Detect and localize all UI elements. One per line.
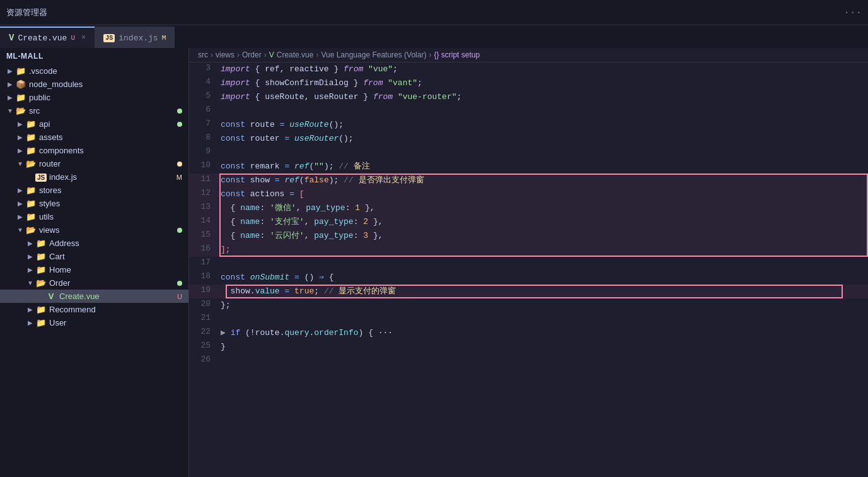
sidebar-item-order[interactable]: ▼📂Order — [0, 276, 188, 290]
token-op: = — [280, 286, 294, 296]
line-number-18: 18 — [189, 271, 221, 281]
token-obj-key: name — [240, 203, 260, 213]
token-punc: { — [250, 64, 265, 74]
sidebar-item-public[interactable]: ▶📁public — [0, 91, 188, 104]
tab-close-button[interactable]: × — [81, 33, 86, 42]
tab-js-icon: JS — [103, 34, 115, 42]
breadcrumb-script: {} script setup — [434, 50, 480, 59]
token-punc: ; — [457, 92, 462, 102]
line-content-5: import { useRoute, useRouter } from "vue… — [221, 90, 868, 104]
tab-index-js[interactable]: JSindex.jsM — [95, 26, 175, 48]
token-kw: const — [221, 175, 245, 185]
sidebar-item-assets[interactable]: ▶📁assets — [0, 131, 188, 144]
icon-src: 📂 — [15, 106, 26, 115]
icon-router: 📂 — [25, 159, 37, 168]
chevron-styles: ▶ — [15, 200, 25, 207]
sidebar-item-components[interactable]: ▶📁components — [0, 144, 188, 157]
label-assets: assets — [39, 132, 188, 142]
token-comment-zh: 是否弹出支付弹窗 — [359, 175, 424, 185]
sidebar-item-index-js-sidebar[interactable]: JSindex.jsM — [0, 170, 188, 184]
label-public: public — [29, 93, 188, 102]
chevron-stores: ▶ — [15, 187, 25, 194]
sidebar-item-vscode[interactable]: ▶📁.vscode — [0, 64, 188, 78]
line-number-10: 10 — [189, 160, 221, 170]
code-line-17: 17 — [189, 257, 868, 271]
token-var: remark — [245, 162, 284, 171]
line-content-26 — [221, 354, 868, 368]
sidebar-item-router[interactable]: ▼📂router — [0, 157, 188, 170]
icon-user: 📁 — [35, 318, 47, 327]
sidebar-item-user[interactable]: ▶📁User — [0, 316, 188, 329]
token-obj-key: pay_type — [314, 217, 353, 227]
code-line-14: 14 { name: '支付宝', pay_type: 2 }, — [189, 215, 868, 229]
line-content-8: const router = useRouter(); — [221, 132, 868, 146]
icon-views: 📂 — [25, 225, 37, 235]
token-punc: (! — [240, 328, 255, 338]
chevron-node_modules: ▶ — [5, 81, 15, 88]
more-options-button[interactable]: ··· — [843, 7, 862, 18]
breadcrumb: src › views › Order › V Create.vue › Vue… — [189, 48, 868, 62]
main-area: ML-MALL ▶📁.vscode▶📦node_modules▶📁public▼… — [0, 48, 868, 477]
icon-home: 📁 — [35, 265, 47, 274]
tab-create-vue[interactable]: VCreate.vueU× — [0, 26, 95, 48]
line-content-6 — [221, 104, 868, 118]
token-op: = — [289, 189, 294, 199]
line-number-19: 19 — [189, 285, 221, 295]
line-content-4: import { showConfirmDialog } from "vant"… — [221, 76, 868, 90]
sidebar-item-recommend[interactable]: ▶📁Recommend — [0, 303, 188, 316]
line-number-12: 12 — [189, 187, 221, 197]
breadcrumb-volar: Vue Language Features (Volar) — [321, 50, 426, 59]
label-src: src — [29, 106, 177, 115]
sidebar-item-utils[interactable]: ▶📁utils — [0, 210, 188, 223]
token-punc: . — [250, 286, 255, 296]
sidebar-item-cart[interactable]: ▶📁Cart — [0, 250, 188, 263]
line-content-25: } — [221, 340, 868, 354]
icon-components: 📁 — [25, 146, 37, 155]
label-cart: Cart — [49, 252, 188, 261]
label-styles: styles — [39, 199, 188, 208]
sidebar-item-stores[interactable]: ▶📁stores — [0, 184, 188, 197]
badge-create-vue-sidebar: U — [177, 293, 182, 300]
sidebar-item-styles[interactable]: ▶📁styles — [0, 197, 188, 210]
line-content-9 — [221, 146, 868, 160]
token-import-kw: from — [344, 64, 363, 74]
top-bar: 资源管理器 ··· — [0, 0, 868, 25]
token-import-kw: from — [363, 78, 383, 88]
line-content-20: }; — [221, 298, 868, 312]
chevron-vscode: ▶ — [5, 68, 15, 74]
chevron-home: ▶ — [25, 266, 35, 273]
icon-utils: 📁 — [25, 212, 37, 221]
code-line-6: 6 — [189, 104, 868, 118]
token-punc: { — [324, 273, 334, 282]
line-content-15: { name: '云闪付', pay_type: 3 }, — [221, 229, 868, 243]
line-content-11: const show = ref(false); // 是否弹出支付弹窗 — [221, 174, 868, 187]
chevron-address: ▶ — [25, 240, 35, 247]
sidebar-item-views[interactable]: ▼📂views — [0, 223, 188, 237]
sidebar-item-api[interactable]: ▶📁api — [0, 117, 188, 131]
code-area[interactable]: 3import { ref, reactive } from "vue";4im… — [189, 62, 868, 477]
code-line-25: 25} — [189, 340, 868, 354]
icon-stores: 📁 — [25, 186, 37, 195]
token-arr-brace: [ — [294, 189, 304, 199]
token-import-kw: from — [373, 92, 393, 102]
code-line-15: 15 { name: '云闪付', pay_type: 3 }, — [189, 229, 868, 243]
icon-styles: 📁 — [25, 199, 37, 208]
token-var: route — [255, 328, 280, 338]
sidebar-item-home[interactable]: ▶📁Home — [0, 263, 188, 276]
sidebar-tree: ▶📁.vscode▶📦node_modules▶📁public▼📂src▶📁ap… — [0, 64, 188, 329]
line-content-13: { name: '微信', pay_type: 1 }, — [221, 201, 868, 215]
editor: src › views › Order › V Create.vue › Vue… — [189, 48, 868, 477]
sidebar-item-address[interactable]: ▶📁Address — [0, 237, 188, 250]
token-punc: ; — [314, 286, 324, 296]
token-punc: : — [354, 231, 364, 240]
token-import-kw: import — [221, 78, 250, 88]
sidebar-item-node_modules[interactable]: ▶📦node_modules — [0, 78, 188, 91]
breadcrumb-vue-icon: V — [269, 50, 274, 59]
sidebar-item-src[interactable]: ▼📂src — [0, 104, 188, 117]
label-address: Address — [49, 238, 188, 248]
label-vscode: .vscode — [29, 66, 188, 76]
sidebar-section-title: ML-MALL — [0, 48, 188, 64]
sidebar-item-create-vue-sidebar[interactable]: VCreate.vueU — [0, 290, 188, 303]
icon-public: 📁 — [15, 93, 26, 102]
token-punc: }, — [360, 203, 374, 213]
